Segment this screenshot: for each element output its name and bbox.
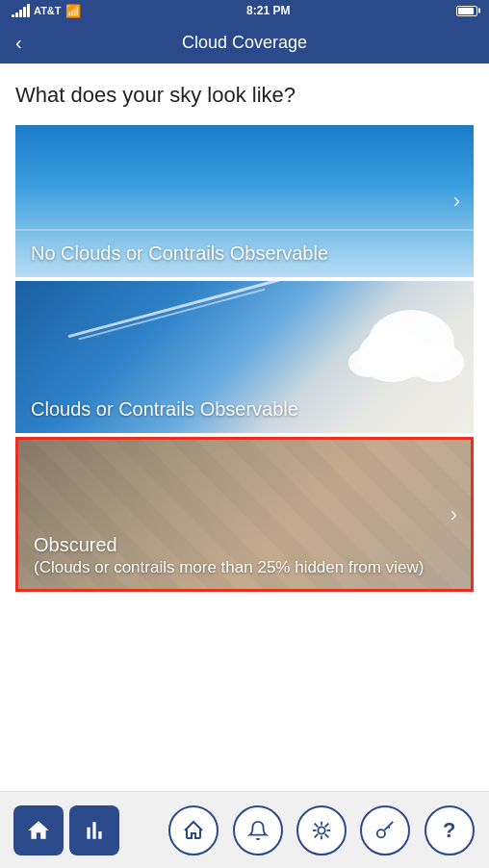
time-label: 8:21 PM xyxy=(246,4,290,17)
satellite-outline-button[interactable] xyxy=(296,805,347,855)
option-clouds-observable[interactable]: Clouds or Contrails Observable › xyxy=(15,281,474,433)
battery-fill xyxy=(458,8,474,14)
svg-line-2 xyxy=(325,833,329,837)
svg-line-4 xyxy=(325,823,329,827)
carrier-label: AT&T xyxy=(34,5,62,16)
signal-icon xyxy=(12,4,30,17)
chevron-right-icon-3: › xyxy=(450,502,457,527)
home-outline-button[interactable] xyxy=(168,805,219,855)
option-no-clouds[interactable]: No Clouds or Contrails Observable › xyxy=(15,125,474,277)
contrail-decoration xyxy=(67,281,328,338)
status-right xyxy=(456,6,477,16)
svg-point-0 xyxy=(318,827,324,833)
chevron-right-icon-2: › xyxy=(453,345,460,370)
svg-point-9 xyxy=(377,830,385,837)
status-left: AT&T 📶 xyxy=(12,4,81,18)
bottom-nav: ? xyxy=(0,791,489,868)
chart-filled-button[interactable] xyxy=(69,805,119,855)
clouds-observable-label: Clouds or Contrails Observable xyxy=(15,386,474,433)
chevron-right-icon: › xyxy=(453,189,460,214)
status-bar: AT&T 📶 8:21 PM xyxy=(0,0,489,21)
bell-outline-button[interactable] xyxy=(233,805,283,855)
obscured-label: Obscured (Clouds or contrails more than … xyxy=(18,522,471,589)
bottom-nav-left xyxy=(0,805,154,855)
no-clouds-label: No Clouds or Contrails Observable xyxy=(15,230,474,277)
bottom-nav-right: ? xyxy=(154,805,489,855)
battery-icon xyxy=(456,6,477,16)
option-obscured[interactable]: Obscured (Clouds or contrails more than … xyxy=(18,440,471,589)
main-content: What does your sky look like? No Clouds … xyxy=(0,64,489,592)
help-outline-button[interactable]: ? xyxy=(425,805,475,855)
svg-line-1 xyxy=(315,823,319,827)
nav-bar: ‹ Cloud Coverage xyxy=(0,21,489,64)
back-button[interactable]: ‹ xyxy=(15,32,22,54)
page-question: What does your sky look like? xyxy=(15,83,474,108)
option-obscured-wrapper: Obscured (Clouds or contrails more than … xyxy=(15,437,474,592)
home-filled-button[interactable] xyxy=(13,805,64,855)
nav-title: Cloud Coverage xyxy=(182,33,307,53)
question-mark: ? xyxy=(443,818,455,843)
key-outline-button[interactable] xyxy=(360,805,410,855)
svg-line-3 xyxy=(315,833,319,837)
wifi-icon: 📶 xyxy=(65,4,81,18)
cloud-puff-4 xyxy=(348,348,387,377)
